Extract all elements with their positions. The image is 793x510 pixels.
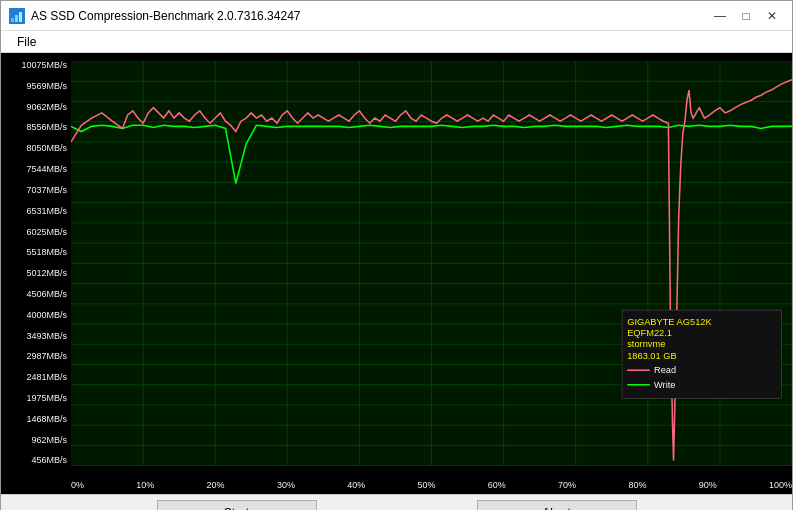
svg-rect-3 [19,12,22,22]
svg-text:Read: Read [654,365,676,375]
svg-text:stornvme: stornvme [627,339,665,349]
y-label-10: 5012MB/s [1,269,67,278]
svg-text:Write: Write [654,380,675,390]
x-label-10: 100% [769,480,792,490]
window-title: AS SSD Compression-Benchmark 2.0.7316.34… [31,9,300,23]
minimize-button[interactable]: — [708,6,732,26]
menu-bar: File [1,31,792,53]
maximize-button[interactable]: □ [734,6,758,26]
start-button[interactable]: Start [157,500,317,510]
title-bar-left: AS SSD Compression-Benchmark 2.0.7316.34… [9,8,300,24]
svg-text:EQFM22.1: EQFM22.1 [627,328,672,338]
y-label-4: 8050MB/s [1,144,67,153]
x-label-8: 80% [628,480,646,490]
main-window: AS SSD Compression-Benchmark 2.0.7316.34… [0,0,793,510]
y-label-16: 1975MB/s [1,394,67,403]
y-label-8: 6025MB/s [1,228,67,237]
chart-area: 10075MB/s 9569MB/s 9062MB/s 8556MB/s 805… [1,53,792,494]
chart-svg: GIGABYTE AG512K EQFM22.1 stornvme 1863.0… [71,61,792,466]
y-label-12: 4000MB/s [1,311,67,320]
abort-button[interactable]: Abort [477,500,637,510]
title-bar: AS SSD Compression-Benchmark 2.0.7316.34… [1,1,792,31]
svg-text:1863.01 GB: 1863.01 GB [627,351,676,361]
y-label-14: 2987MB/s [1,352,67,361]
y-label-9: 5518MB/s [1,248,67,257]
x-label-9: 90% [699,480,717,490]
y-label-0: 10075MB/s [1,61,67,70]
y-label-15: 2481MB/s [1,373,67,382]
svg-rect-1 [11,18,14,22]
x-label-0: 0% [71,480,84,490]
y-label-7: 6531MB/s [1,207,67,216]
chart-inner: GIGABYTE AG512K EQFM22.1 stornvme 1863.0… [71,61,792,466]
x-label-4: 40% [347,480,365,490]
svg-rect-2 [15,15,18,22]
bottom-bar: Start Abort [1,494,792,510]
y-label-1: 9569MB/s [1,82,67,91]
x-label-7: 70% [558,480,576,490]
y-label-2: 9062MB/s [1,103,67,112]
title-controls: — □ ✕ [708,6,784,26]
y-label-6: 7037MB/s [1,186,67,195]
x-label-6: 60% [488,480,506,490]
x-label-2: 20% [207,480,225,490]
y-label-3: 8556MB/s [1,123,67,132]
close-button[interactable]: ✕ [760,6,784,26]
svg-text:GIGABYTE AG512K: GIGABYTE AG512K [627,317,712,327]
y-label-5: 7544MB/s [1,165,67,174]
x-label-3: 30% [277,480,295,490]
file-menu[interactable]: File [9,33,44,51]
y-label-17: 1468MB/s [1,415,67,424]
y-label-13: 3493MB/s [1,332,67,341]
y-label-11: 4506MB/s [1,290,67,299]
app-icon [9,8,25,24]
x-label-5: 50% [417,480,435,490]
y-axis: 10075MB/s 9569MB/s 9062MB/s 8556MB/s 805… [1,61,71,466]
y-label-18: 962MB/s [1,436,67,445]
y-label-19: 456MB/s [1,456,67,465]
x-axis: 0% 10% 20% 30% 40% 50% 60% 70% 80% 90% 1… [71,480,792,490]
x-label-1: 10% [136,480,154,490]
